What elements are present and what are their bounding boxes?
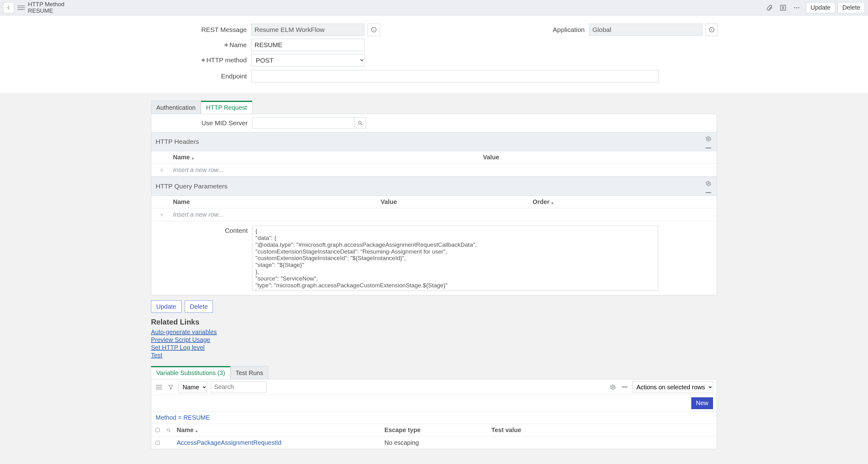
application-info-icon[interactable] bbox=[706, 24, 718, 36]
svg-marker-15 bbox=[168, 385, 173, 390]
gear-icon[interactable] bbox=[609, 383, 617, 391]
collapse-icon[interactable] bbox=[621, 383, 629, 391]
mid-server-label: Use MID Server bbox=[151, 119, 252, 127]
svg-point-2 bbox=[796, 7, 797, 8]
new-button[interactable]: New bbox=[691, 397, 713, 409]
http-method-select[interactable]: POST bbox=[251, 54, 365, 66]
list-header-row: Name Escape type Test value bbox=[151, 424, 717, 436]
col-header-order[interactable]: Order bbox=[533, 198, 595, 206]
svg-point-3 bbox=[798, 7, 799, 8]
more-icon[interactable] bbox=[793, 3, 801, 12]
list-search-input[interactable] bbox=[211, 381, 267, 393]
variable-subs-panel: Name Actions on selected rows... New Met… bbox=[151, 379, 717, 449]
select-all-checkbox[interactable] bbox=[156, 428, 160, 432]
svg-rect-17 bbox=[622, 386, 627, 388]
tab-variable-subs[interactable]: Variable Substitutions (3) bbox=[151, 366, 230, 379]
application-field: Global bbox=[589, 24, 703, 36]
name-field[interactable] bbox=[251, 39, 365, 51]
http-headers-title: HTTP Headers bbox=[156, 138, 199, 145]
list-menu-icon[interactable] bbox=[155, 383, 163, 391]
svg-rect-11 bbox=[706, 192, 711, 193]
header-update-button[interactable]: Update bbox=[806, 2, 835, 13]
title-sub: RESUME bbox=[28, 8, 64, 14]
col-header-value[interactable]: Value bbox=[381, 198, 533, 206]
svg-point-16 bbox=[612, 386, 614, 388]
form-section: REST Message Resume ELM WorkFlow ✱Name ✱… bbox=[0, 16, 868, 93]
link-preview-script[interactable]: Preview Script Usage bbox=[151, 336, 868, 344]
actions-select[interactable]: Actions on selected rows... bbox=[632, 381, 713, 393]
endpoint-label: Endpoint bbox=[0, 72, 251, 80]
svg-rect-12 bbox=[156, 385, 162, 385]
header-delete-button[interactable]: Delete bbox=[838, 2, 865, 13]
related-links: Related Links Auto-generate variables Pr… bbox=[151, 318, 868, 359]
tab-authentication[interactable]: Authentication bbox=[151, 101, 201, 114]
activity-icon[interactable] bbox=[779, 3, 787, 12]
rest-message-label: REST Message bbox=[0, 26, 251, 33]
plus-icon: + bbox=[157, 166, 166, 174]
http-request-panel: Use MID Server HTTP Headers Name Value +… bbox=[151, 114, 717, 296]
collapse-icon[interactable] bbox=[705, 145, 712, 152]
link-test[interactable]: Test bbox=[151, 351, 868, 359]
list-col-test[interactable]: Test value bbox=[491, 427, 717, 434]
hamburger-icon[interactable] bbox=[18, 4, 25, 11]
svg-line-19 bbox=[169, 431, 170, 432]
list-col-escape[interactable]: Escape type bbox=[384, 427, 491, 434]
svg-rect-13 bbox=[156, 387, 162, 388]
rest-message-info-icon[interactable] bbox=[368, 24, 380, 36]
col-header-name[interactable]: Name bbox=[173, 198, 381, 206]
query-insert-row[interactable]: + Insert a new row... bbox=[151, 208, 717, 221]
svg-point-1 bbox=[794, 7, 795, 8]
col-header-value[interactable]: Value bbox=[483, 154, 638, 161]
list-col-name[interactable]: Name bbox=[177, 427, 384, 434]
insert-row-text: Insert a new row... bbox=[173, 166, 223, 174]
plus-icon: + bbox=[157, 211, 166, 219]
insert-row-text: Insert a new row... bbox=[173, 211, 223, 218]
update-button[interactable]: Update bbox=[151, 300, 182, 313]
delete-button[interactable]: Delete bbox=[185, 300, 213, 313]
endpoint-field[interactable] bbox=[251, 70, 658, 83]
content-label: Content bbox=[151, 226, 252, 291]
back-button[interactable] bbox=[3, 2, 14, 13]
page-title: HTTP Method RESUME bbox=[28, 1, 64, 14]
link-auto-generate[interactable]: Auto-generate variables bbox=[151, 328, 868, 336]
svg-rect-9 bbox=[706, 148, 711, 149]
name-label: ✱Name bbox=[0, 41, 251, 49]
http-query-section: HTTP Query Parameters bbox=[151, 177, 717, 196]
http-method-label: ✱HTTP method bbox=[0, 56, 251, 64]
row-search-icon[interactable] bbox=[166, 428, 177, 433]
form-button-row: Update Delete bbox=[151, 300, 868, 313]
application-label: Application bbox=[434, 26, 589, 33]
mid-server-field[interactable] bbox=[252, 117, 354, 129]
related-links-heading: Related Links bbox=[151, 318, 868, 327]
collapse-icon[interactable] bbox=[705, 189, 712, 196]
svg-point-10 bbox=[708, 183, 709, 184]
title-main: HTTP Method bbox=[28, 1, 64, 8]
top-header-bar: HTTP Method RESUME Update Delete bbox=[0, 0, 868, 16]
mid-server-lookup-icon[interactable] bbox=[354, 117, 366, 129]
svg-point-8 bbox=[708, 138, 709, 140]
filter-icon[interactable] bbox=[167, 383, 175, 391]
svg-point-18 bbox=[167, 428, 169, 431]
svg-rect-14 bbox=[156, 389, 162, 389]
list-breadcrumb[interactable]: Method = RESUME bbox=[151, 412, 717, 424]
content-textarea[interactable]: { "data": { "@odata.type": "#microsoft.g… bbox=[252, 226, 658, 291]
headers-insert-row[interactable]: + Insert a new row... bbox=[151, 164, 717, 177]
tab-http-request[interactable]: HTTP Request bbox=[201, 101, 252, 114]
col-header-name[interactable]: Name bbox=[173, 154, 483, 161]
required-icon: ✱ bbox=[201, 57, 205, 63]
attachment-icon[interactable] bbox=[765, 3, 774, 12]
required-icon: ✱ bbox=[224, 42, 228, 48]
list-row[interactable]: AccessPackageAssignmentRequestId No esca… bbox=[151, 436, 717, 449]
gear-icon[interactable] bbox=[705, 135, 712, 142]
row-checkbox[interactable] bbox=[156, 441, 160, 445]
request-tabs: Authentication HTTP Request bbox=[151, 101, 868, 114]
row-name-link[interactable]: AccessPackageAssignmentRequestId bbox=[177, 439, 281, 446]
group-field-select[interactable]: Name bbox=[179, 381, 207, 393]
svg-line-7 bbox=[361, 124, 362, 125]
gear-icon[interactable] bbox=[705, 180, 712, 187]
tab-test-runs[interactable]: Test Runs bbox=[230, 366, 269, 379]
related-list-tabs: Variable Substitutions (3) Test Runs bbox=[151, 366, 868, 379]
http-headers-section: HTTP Headers bbox=[151, 132, 717, 151]
list-toolbar: Name Actions on selected rows... bbox=[151, 379, 717, 395]
link-set-log-level[interactable]: Set HTTP Log level bbox=[151, 344, 868, 351]
